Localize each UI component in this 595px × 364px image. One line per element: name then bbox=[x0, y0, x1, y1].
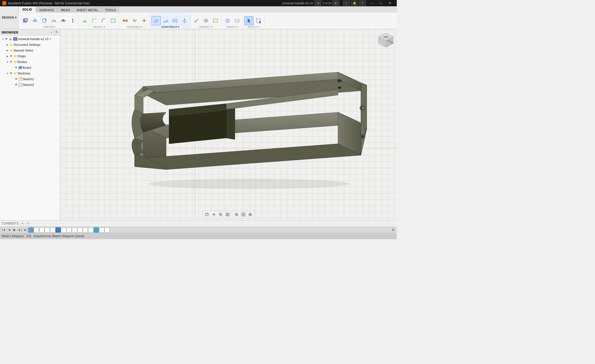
comments-expand-btn[interactable]: ◄ bbox=[20, 222, 24, 226]
chamfer-btn[interactable] bbox=[99, 16, 108, 25]
tab-surface[interactable]: SURFACE bbox=[36, 7, 58, 13]
app-title: Autodesk Fusion 360 (Personal - Not for … bbox=[8, 1, 89, 5]
timeline-item-6[interactable] bbox=[56, 227, 61, 233]
axis-perp-btn[interactable] bbox=[180, 16, 189, 25]
angle-plane-btn[interactable] bbox=[161, 16, 170, 25]
interference-btn[interactable] bbox=[201, 16, 211, 25]
timeline-item-13[interactable] bbox=[94, 227, 99, 233]
eye-icon-doc[interactable]: 👁 bbox=[5, 38, 8, 40]
timeline-item-11[interactable] bbox=[83, 227, 88, 233]
timeline-prev-btn[interactable]: |◄ bbox=[1, 227, 6, 233]
tab-mesh[interactable]: MESH bbox=[58, 7, 73, 13]
tab-solid[interactable]: SOLID bbox=[19, 6, 36, 13]
move-btn[interactable] bbox=[68, 16, 77, 25]
settings-gear[interactable]: ⚙ bbox=[49, 38, 52, 40]
sidebar: BROWSER ◄ ⚙ ▼ 👁 🔒 F snowcat-handle-v2 v3… bbox=[0, 29, 60, 220]
timeline-item-9[interactable] bbox=[72, 227, 77, 233]
minimize-btn[interactable]: ─ bbox=[367, 0, 376, 6]
fillet-btn[interactable] bbox=[90, 16, 99, 25]
insert-mesh-btn[interactable] bbox=[223, 16, 232, 25]
create-new-body-btn[interactable] bbox=[21, 16, 30, 25]
timeline-item-10[interactable] bbox=[77, 227, 83, 233]
offset-plane-btn[interactable] bbox=[152, 16, 161, 25]
svg-point-21 bbox=[183, 20, 186, 22]
timeline-settings-btn[interactable]: ⚙ bbox=[390, 227, 396, 233]
hole-btn[interactable] bbox=[59, 16, 68, 25]
eye-icon-sketch2[interactable]: 👁 bbox=[15, 83, 17, 86]
zoom-window-btn[interactable] bbox=[217, 211, 224, 218]
timeline-item-2[interactable] bbox=[34, 227, 39, 233]
view-cube[interactable]: TOP FRONT bbox=[377, 32, 394, 49]
timeline-play-btn[interactable]: ▶ bbox=[12, 227, 17, 233]
tree-item-sketch1[interactable]: ▶ 👁 Sketch1 bbox=[0, 76, 60, 82]
timeline-item-7[interactable] bbox=[61, 227, 66, 233]
motion-link-btn[interactable] bbox=[130, 16, 139, 25]
browser-settings-btn[interactable]: ⚙ bbox=[54, 30, 58, 34]
design-button[interactable]: DESIGN ▾ bbox=[0, 6, 19, 29]
joint-origin-btn[interactable] bbox=[140, 16, 149, 25]
help-btn[interactable]: ? bbox=[359, 1, 366, 6]
display-mode-btn[interactable] bbox=[233, 211, 239, 218]
timeline-item-15[interactable] bbox=[105, 227, 110, 233]
viewport[interactable]: TOP FRONT bbox=[60, 29, 397, 220]
tree-item-doc-settings[interactable]: ▶ 📁 Document Settings bbox=[0, 42, 60, 48]
tree-item-named-views[interactable]: ▶ 📁 Named Views bbox=[0, 48, 60, 53]
sweep-btn[interactable] bbox=[49, 16, 58, 25]
eye-icon-body1[interactable]: 👁 bbox=[15, 66, 17, 69]
bottom-text1: Blade's Weapons bbox=[2, 235, 24, 238]
tab-sheet-metal[interactable]: SHEET METAL bbox=[73, 7, 102, 13]
measure-btn[interactable] bbox=[192, 16, 201, 25]
joint-btn[interactable] bbox=[121, 16, 130, 25]
insert-svg-btn[interactable]: SVG bbox=[232, 16, 241, 25]
eye-icon-sketch1[interactable]: 👁 bbox=[15, 78, 17, 80]
comments-settings-btn[interactable]: ⚙ bbox=[26, 222, 30, 226]
close-btn[interactable]: ✕ bbox=[385, 0, 394, 6]
eye-icon-origin[interactable]: 👁 bbox=[10, 55, 12, 58]
tree-item-sketches[interactable]: ▼ 👁 📁 Sketches bbox=[0, 70, 60, 76]
timeline-item-3[interactable] bbox=[39, 227, 44, 233]
midplane-btn[interactable] bbox=[170, 16, 180, 25]
tree-item-document[interactable]: ▼ 👁 🔒 F snowcat-handle-v2 v3 ⚙ bbox=[0, 36, 60, 42]
revolve-btn[interactable] bbox=[40, 16, 49, 25]
tree-item-origin[interactable]: ▶ 👁 📁 Origin bbox=[0, 53, 60, 59]
extrude-btn[interactable] bbox=[30, 16, 40, 25]
tree-item-bodies[interactable]: ▼ 👁 📁 Bodies bbox=[0, 59, 60, 65]
eye-icon-bodies[interactable]: 👁 bbox=[10, 60, 12, 63]
timeline-item-4[interactable] bbox=[45, 227, 50, 233]
timeline-fwd-btn[interactable]: ►| bbox=[17, 227, 23, 233]
timeline-item-5[interactable] bbox=[50, 227, 55, 233]
tree-item-sketch2[interactable]: ▶ 👁 Sketch2 bbox=[0, 82, 60, 88]
shell-btn[interactable] bbox=[109, 16, 118, 25]
view-cube-svg: TOP FRONT bbox=[377, 32, 394, 49]
window-select-btn[interactable] bbox=[254, 16, 263, 25]
select-btn[interactable] bbox=[244, 16, 254, 25]
visual-style-btn[interactable] bbox=[247, 211, 253, 218]
lock-icon-doc[interactable]: 🔒 bbox=[9, 38, 12, 40]
timeline-item-8[interactable] bbox=[66, 227, 72, 233]
browser-tree: ▼ 👁 🔒 F snowcat-handle-v2 v3 ⚙ ▶ 📁 Docum… bbox=[0, 36, 60, 220]
draft-analysis-btn[interactable] bbox=[211, 16, 220, 25]
orbit-btn[interactable] bbox=[204, 211, 210, 218]
timeline-item-14[interactable] bbox=[99, 227, 104, 233]
tree-item-body1[interactable]: ▶ 👁 Body1 bbox=[0, 65, 60, 70]
select-label: SELECT bbox=[248, 25, 258, 28]
svg-line-34 bbox=[19, 78, 21, 80]
restore-btn[interactable]: □ bbox=[376, 0, 385, 6]
folder-icon-bodies: 📁 bbox=[13, 60, 17, 64]
press-pull-btn[interactable] bbox=[80, 16, 89, 25]
timeline-item-1[interactable] bbox=[28, 227, 34, 233]
timeline-end-btn[interactable]: ►| bbox=[23, 227, 28, 233]
zoom-fit-btn[interactable] bbox=[224, 211, 231, 218]
nav-home-btn[interactable]: ⌂ bbox=[343, 1, 350, 6]
pan-btn[interactable] bbox=[211, 211, 217, 218]
browser-collapse-btn[interactable]: ◄ bbox=[49, 30, 53, 34]
eye-icon-sketches[interactable]: 👁 bbox=[10, 72, 12, 75]
grid-toggle-btn[interactable] bbox=[240, 211, 246, 218]
modify-label: MODIFY bbox=[93, 25, 103, 28]
tab-tools[interactable]: TOOLS bbox=[102, 7, 119, 13]
timeline-back-btn[interactable]: ◄ bbox=[7, 227, 12, 233]
nav-next-btn[interactable]: ► bbox=[333, 1, 339, 6]
notifications-btn[interactable]: 🔔 bbox=[351, 1, 358, 6]
nav-prev-btn[interactable]: ◄ bbox=[315, 1, 321, 6]
timeline-item-12[interactable] bbox=[88, 227, 93, 233]
